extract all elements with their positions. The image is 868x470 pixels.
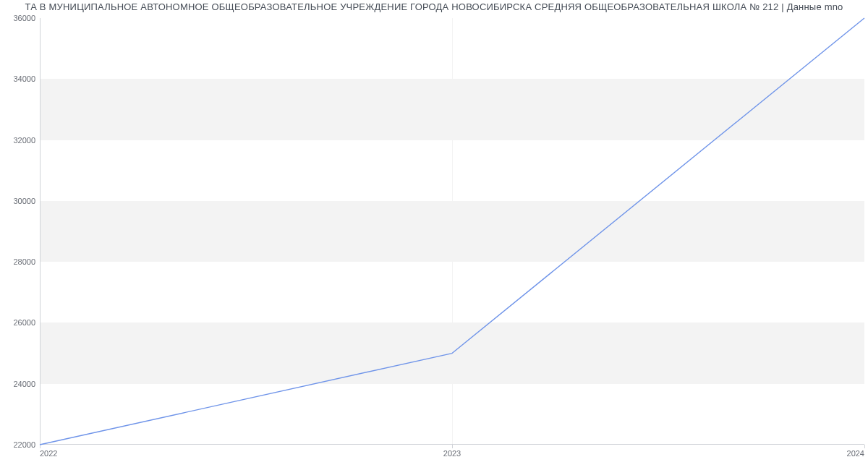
x-tick-label: 2022	[40, 449, 57, 458]
x-tick-mark	[40, 445, 41, 448]
x-tick-mark	[452, 445, 453, 448]
y-tick-label: 24000	[13, 380, 35, 388]
x-tick-mark	[864, 445, 865, 448]
y-tick-label: 34000	[13, 74, 35, 83]
y-tick-label: 26000	[13, 318, 35, 327]
line-series	[40, 18, 864, 445]
y-tick-label: 28000	[13, 257, 35, 266]
y-tick-label: 30000	[13, 197, 35, 205]
y-tick-label: 36000	[13, 14, 35, 22]
y-tick-label: 32000	[13, 136, 35, 145]
y-tick-label: 22000	[13, 440, 35, 449]
chart-plot-area: 2200024000260002800030000320003400036000…	[40, 18, 864, 445]
x-tick-label: 2023	[443, 449, 461, 458]
chart-title: ТА В МУНИЦИПАЛЬНОЕ АВТОНОМНОЕ ОБЩЕОБРАЗО…	[0, 1, 868, 12]
x-tick-label: 2024	[847, 449, 864, 458]
